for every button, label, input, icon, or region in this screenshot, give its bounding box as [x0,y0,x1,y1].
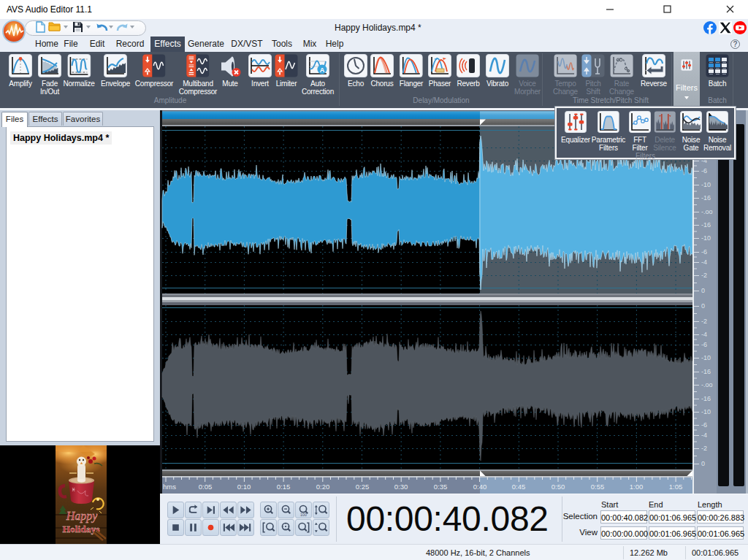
svg-text:-6: -6 [701,341,707,348]
svg-text:-16: -16 [701,194,711,202]
svg-text:hms: hms [163,483,176,491]
svg-text:-6: -6 [701,167,707,174]
svg-text:-4: -4 [701,431,707,439]
svg-text:100: 100 [300,513,307,517]
svg-text:1:05: 1:05 [669,483,683,491]
svg-text:-6: -6 [701,421,707,429]
svg-text:0:55: 0:55 [591,483,605,491]
svg-text:0:35: 0:35 [434,483,448,491]
svg-text:-6: -6 [701,248,707,256]
svg-text:-2: -2 [701,318,707,325]
svg-text:0:20: 0:20 [316,483,330,491]
svg-text:0:45: 0:45 [512,483,526,491]
svg-text:0:15: 0:15 [277,483,291,491]
svg-text:-16: -16 [701,221,711,229]
svg-text:0: 0 [701,302,705,310]
svg-text:0:40: 0:40 [473,483,487,491]
svg-text:-10: -10 [701,354,711,361]
svg-text:-2: -2 [701,272,707,279]
svg-text:-16: -16 [701,368,711,375]
svg-text:-16: -16 [701,395,711,402]
svg-text:0:30: 0:30 [394,483,408,491]
svg-text:0:50: 0:50 [552,483,565,491]
svg-text:-2: -2 [701,445,707,452]
svg-text:-.oo: -.oo [701,381,713,388]
svg-text:0: 0 [701,460,705,467]
svg-text:0:25: 0:25 [356,483,370,491]
svg-text:0:05: 0:05 [199,483,213,491]
svg-text:A: A [320,66,325,74]
svg-text:Happy: Happy [66,510,99,523]
svg-text:0:10: 0:10 [237,483,251,491]
svg-text:-10: -10 [701,181,711,188]
svg-text:0: 0 [701,287,705,294]
svg-text:-10: -10 [701,408,711,415]
svg-text:-.oo: -.oo [701,208,713,215]
svg-text:-4: -4 [701,331,707,338]
svg-text:-10: -10 [701,234,711,242]
svg-text:1:00: 1:00 [630,483,644,491]
svg-text:-4: -4 [701,258,707,266]
